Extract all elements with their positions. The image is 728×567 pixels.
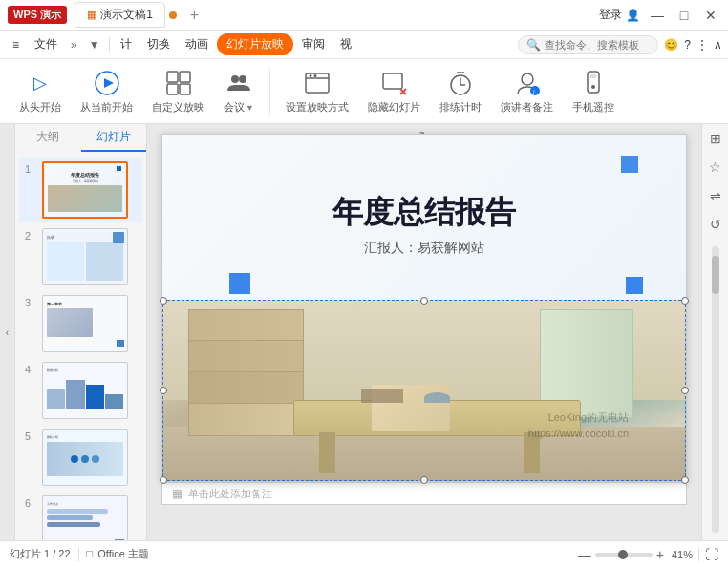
- custom-button[interactable]: 自定义放映: [144, 64, 212, 118]
- from-current-label: 从当前开始: [80, 100, 133, 115]
- status-bar: 幻灯片 1 / 22 □ Office 主题 — + 41% ⛶: [0, 540, 728, 567]
- hide-label: 隐藏幻灯片: [368, 100, 420, 115]
- tab-name: 演示文稿1: [100, 7, 153, 23]
- slide-thumbnail: 数据分析: [42, 362, 128, 419]
- fullscreen-button[interactable]: ⛶: [705, 547, 718, 562]
- close-button[interactable]: ✕: [701, 6, 720, 25]
- svg-rect-12: [383, 74, 402, 89]
- svg-point-10: [310, 74, 312, 77]
- settings-button[interactable]: 设置放映方式: [278, 64, 356, 118]
- from-start-label: 从头开始: [19, 100, 61, 115]
- activity-dot: [169, 11, 177, 19]
- deco-square-3: [626, 277, 643, 294]
- menu-design[interactable]: 计: [114, 33, 139, 55]
- meeting-icon: [224, 68, 254, 98]
- slides-tab[interactable]: 幻灯片: [81, 124, 147, 152]
- right-btn-1[interactable]: ⊞: [705, 128, 726, 149]
- outline-tab[interactable]: 大纲: [15, 124, 81, 152]
- menu-bar: ≡ 文件 » ▼ 计 切换 动画 幻灯片放映 审阅 视 🔍 😊 ? ⋮ ∧: [0, 31, 728, 59]
- menu-divider-1: [109, 37, 110, 52]
- menu-view[interactable]: 视: [333, 33, 358, 55]
- canvas-area[interactable]: ↻ 年度总结报告 汇报人：易获解网站: [147, 124, 701, 540]
- zoom-plus-button[interactable]: +: [656, 547, 664, 562]
- slide-subtitle[interactable]: 汇报人：易获解网站: [162, 240, 686, 257]
- right-btn-4[interactable]: ↺: [705, 214, 726, 235]
- right-btn-3[interactable]: ⇌: [705, 185, 726, 206]
- notes-button[interactable]: ♪ 演讲者备注: [493, 64, 561, 118]
- timer-button[interactable]: 排练计时: [432, 64, 489, 118]
- tab-icon: ▦: [87, 9, 96, 21]
- list-item[interactable]: 2 目录: [19, 224, 142, 289]
- from-current-icon: [92, 68, 122, 98]
- login-label: 登录: [599, 7, 622, 23]
- zoom-thumb: [618, 550, 628, 559]
- login-button[interactable]: 登录 👤: [599, 7, 640, 23]
- slide-number: 3: [25, 297, 38, 308]
- document-tab[interactable]: ▦ 演示文稿1: [75, 2, 165, 28]
- notes-label: 演讲者备注: [501, 100, 553, 115]
- svg-rect-4: [167, 84, 178, 94]
- meeting-button[interactable]: 会议 ▼: [216, 64, 262, 118]
- collapse-icon[interactable]: ∧: [714, 38, 722, 52]
- timer-label: 排练计时: [439, 100, 482, 115]
- title-bar: WPS 演示 ▦ 演示文稿1 + 登录 👤 — □ ✕: [0, 0, 728, 31]
- from-current-button[interactable]: 从当前开始: [73, 64, 140, 118]
- list-item[interactable]: 4 数据分析: [19, 358, 142, 423]
- menu-file[interactable]: 文件: [28, 33, 64, 55]
- add-tab-button[interactable]: +: [181, 3, 208, 28]
- panel-collapse-button[interactable]: ‹: [0, 124, 15, 540]
- theme-label: □: [87, 548, 94, 559]
- right-btn-2[interactable]: ☆: [705, 157, 726, 178]
- svg-point-11: [314, 74, 317, 77]
- remote-icon: [578, 68, 609, 98]
- slide-number: 2: [25, 230, 38, 242]
- menu-hamburger[interactable]: ≡: [6, 35, 26, 54]
- list-item[interactable]: 5 团队介绍: [19, 425, 142, 490]
- custom-label: 自定义放映: [152, 100, 204, 115]
- from-start-icon: ▷: [25, 68, 55, 98]
- slide-image[interactable]: [162, 300, 686, 481]
- menu-transition[interactable]: 切换: [140, 33, 177, 55]
- svg-point-7: [239, 75, 246, 83]
- svg-point-19: [522, 74, 533, 85]
- minimize-button[interactable]: —: [648, 6, 667, 25]
- deco-square-1: [621, 156, 638, 173]
- menu-review[interactable]: 审阅: [295, 33, 332, 55]
- emoji-icon[interactable]: 😊: [664, 38, 678, 52]
- notes-area[interactable]: ▦ 单击此处添加备注: [161, 482, 687, 505]
- theme-name: Office 主题: [97, 548, 149, 559]
- menu-animation[interactable]: 动画: [179, 33, 215, 55]
- search-input[interactable]: [545, 39, 650, 51]
- menu-more[interactable]: »: [66, 35, 82, 54]
- more-icon[interactable]: ⋮: [696, 38, 708, 52]
- list-item[interactable]: 6 工作亮点: [19, 492, 142, 540]
- svg-point-6: [231, 75, 239, 83]
- svg-rect-3: [180, 72, 190, 82]
- remote-button[interactable]: 手机遥控: [565, 64, 622, 118]
- left-panel: 大纲 幻灯片 1 年度总结报告 汇报人：易获解网站 2: [15, 124, 147, 540]
- hide-button[interactable]: 隐藏幻灯片: [360, 64, 428, 118]
- settings-label: 设置放映方式: [286, 100, 349, 115]
- slide-canvas[interactable]: 年度总结报告 汇报人：易获解网站: [161, 134, 687, 482]
- svg-rect-5: [180, 84, 190, 94]
- from-start-button[interactable]: ▷ 从头开始: [11, 64, 69, 118]
- right-scrollbar[interactable]: [712, 246, 719, 533]
- maximize-button[interactable]: □: [674, 6, 694, 25]
- list-item[interactable]: 1 年度总结报告 汇报人：易获解网站: [19, 158, 142, 222]
- wps-logo: WPS 演示: [8, 6, 67, 24]
- watermark: LeoKing的无电站 https://www.cocoki.cn: [528, 410, 629, 443]
- remote-label: 手机遥控: [572, 100, 614, 115]
- slide-number: 1: [25, 163, 38, 175]
- list-item[interactable]: 3 第一章节: [19, 291, 142, 356]
- search-box[interactable]: 🔍: [518, 35, 658, 54]
- slide-thumbnail: 团队介绍: [42, 429, 128, 486]
- zoom-minus-button[interactable]: —: [578, 547, 591, 562]
- timer-icon: [445, 68, 476, 98]
- menu-dropdown[interactable]: ▼: [84, 35, 105, 54]
- menu-slideshow-active[interactable]: 幻灯片放映: [217, 33, 293, 55]
- notes-placeholder: 单击此处添加备注: [188, 487, 272, 501]
- watermark-line1: LeoKing的无电站: [528, 410, 629, 427]
- slide-title[interactable]: 年度总结报告: [162, 192, 686, 234]
- help-icon[interactable]: ?: [684, 38, 691, 52]
- zoom-slider[interactable]: [595, 553, 653, 556]
